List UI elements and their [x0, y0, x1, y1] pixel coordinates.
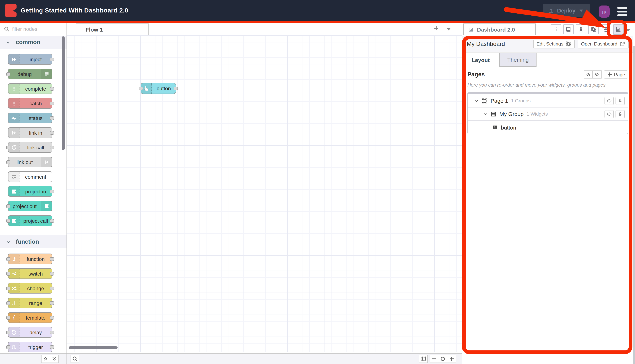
bug-icon: [578, 26, 584, 32]
sidebar-tab-dashboard[interactable]: Dashboard 2.0: [463, 24, 536, 35]
node-input-port: [6, 160, 10, 164]
expand-pages-button[interactable]: [592, 70, 601, 78]
sidebar-tool-chart-button[interactable]: [613, 24, 623, 34]
node-output-port[interactable]: [174, 86, 178, 90]
node-output-port: [50, 316, 54, 320]
deploy-button[interactable]: Deploy: [543, 4, 590, 17]
canvas-hscrollbar[interactable]: [69, 346, 118, 349]
node-output-port: [50, 131, 54, 134]
dashboard-titlebar: My Dashboard Edit Settings Open Dashboar…: [462, 36, 633, 52]
navigator-button[interactable]: [419, 355, 428, 363]
sidebar-menu-caret[interactable]: [625, 28, 631, 34]
collapse-pages-button[interactable]: [584, 70, 592, 78]
palette-node-delay[interactable]: delay: [8, 327, 52, 338]
palette-node-debug[interactable]: debug: [8, 68, 52, 79]
tab-flow-1[interactable]: Flow 1: [76, 24, 149, 35]
chart-icon: [468, 26, 474, 32]
zoom-reset-button[interactable]: [439, 355, 447, 363]
lock-toggle-button[interactable]: [615, 110, 625, 118]
palette-node-trigger[interactable]: trigger: [8, 342, 52, 352]
sidebar-tab-bar: Dashboard 2.0: [462, 23, 633, 35]
workspace: Flow 1 button: [67, 23, 462, 364]
node-red-editor: Getting Started With Dashboard 2.0 Deplo…: [0, 0, 635, 364]
visibility-toggle-button[interactable]: [604, 110, 614, 118]
dashboard-tabs: LayoutTheming: [462, 53, 633, 67]
palette-filter[interactable]: filter nodes: [0, 23, 67, 35]
flow-canvas[interactable]: button: [67, 35, 462, 352]
tab-layout[interactable]: Layout: [462, 53, 499, 67]
exclamation-icon: [9, 84, 20, 94]
tree-row-page-1[interactable]: Page 11 Groups: [468, 94, 628, 108]
node-input-port: [6, 345, 10, 349]
palette-node-label: catch: [20, 98, 52, 108]
layers-icon: [603, 26, 609, 32]
palette-node-comment[interactable]: comment: [8, 171, 52, 182]
header-bar: Getting Started With Dashboard 2.0 Deplo…: [0, 0, 635, 21]
node-output-port: [50, 87, 54, 90]
tree-row-my-group[interactable]: My Group1 Widgets: [468, 108, 628, 121]
tab-theming[interactable]: Theming: [499, 53, 537, 67]
sidebar-tool-layers-button[interactable]: [601, 24, 611, 34]
palette-collapse-all-button[interactable]: [41, 355, 50, 363]
palette-node-catch[interactable]: catch: [8, 98, 52, 108]
open-dashboard-button[interactable]: Open Dashboard: [578, 40, 629, 48]
canvas-search-button[interactable]: [71, 355, 79, 363]
zoom-out-button[interactable]: [430, 355, 439, 363]
node-input-port: [6, 146, 10, 149]
tree-drag-bar[interactable]: [468, 92, 628, 94]
palette-node-template[interactable]: {template: [8, 312, 52, 323]
palette-node-link-call[interactable]: link call: [8, 142, 52, 153]
palette-node-change[interactable]: change: [8, 283, 52, 294]
node-output-port: [50, 301, 54, 305]
add-flow-button[interactable]: [433, 25, 439, 31]
palette-category-common[interactable]: common: [0, 36, 67, 49]
book-icon: [566, 26, 571, 32]
eye-icon: [606, 111, 612, 116]
palette-node-switch[interactable]: switch: [8, 268, 52, 279]
palette-node-project-call[interactable]: project call: [8, 216, 52, 226]
deploy-caret-icon[interactable]: [578, 8, 584, 14]
gear-icon: [566, 41, 571, 47]
sidebar-tool-bug-button[interactable]: [576, 24, 586, 34]
tree-row-button[interactable]: button: [468, 121, 628, 134]
palette-node-link-in[interactable]: link in: [8, 127, 52, 138]
palette-expand-all-button[interactable]: [50, 355, 59, 363]
palette-scrollbar[interactable]: [62, 36, 65, 150]
user-avatar[interactable]: jp: [599, 6, 610, 18]
node-output-port: [50, 190, 54, 193]
node-input-port[interactable]: [139, 86, 143, 90]
chevron-down-icon[interactable]: [474, 98, 479, 103]
palette-node-complete[interactable]: complete: [8, 83, 52, 94]
palette-category-function[interactable]: function: [0, 235, 67, 248]
palette-node-status[interactable]: status: [8, 113, 52, 123]
flow-list-button[interactable]: [446, 26, 452, 32]
nodered-logo-icon: [9, 186, 20, 196]
node-output-port: [50, 219, 54, 222]
external-link-icon: [619, 41, 625, 47]
palette-node-label: link call: [20, 142, 52, 152]
sidebar-tool-gear-button[interactable]: [588, 24, 599, 34]
palette-node-project-in[interactable]: project in: [8, 186, 52, 197]
visibility-toggle-button[interactable]: [604, 97, 614, 105]
node-output-port: [50, 58, 54, 61]
palette-node-function[interactable]: ffunction: [8, 254, 52, 264]
edit-settings-button[interactable]: Edit Settings: [533, 40, 575, 48]
palette-node-link-out[interactable]: link out: [8, 157, 52, 167]
node-output-port: [50, 102, 54, 105]
main-menu-button[interactable]: [617, 7, 627, 16]
node-input-port: [6, 272, 10, 276]
sidebar-tool-book-button[interactable]: [563, 24, 574, 34]
palette-node-inject[interactable]: inject: [8, 54, 52, 64]
palette-node-label: template: [20, 313, 52, 322]
chevron-down-icon[interactable]: [483, 112, 488, 116]
palette-node-range[interactable]: range: [8, 298, 52, 308]
layout-tree: Page 11 GroupsMy Group1 Widgetsbutton: [468, 92, 628, 134]
palette-node-project-out[interactable]: project out: [8, 201, 52, 211]
zoom-in-button[interactable]: [447, 355, 456, 363]
button-node[interactable]: button: [141, 83, 176, 94]
sidebar-toolbar: [551, 24, 623, 34]
sidebar-tool-info-button[interactable]: [551, 24, 561, 34]
flow-tab-bar: Flow 1: [67, 23, 462, 35]
lock-toggle-button[interactable]: [615, 97, 625, 105]
add-page-button[interactable]: Page: [603, 70, 628, 78]
